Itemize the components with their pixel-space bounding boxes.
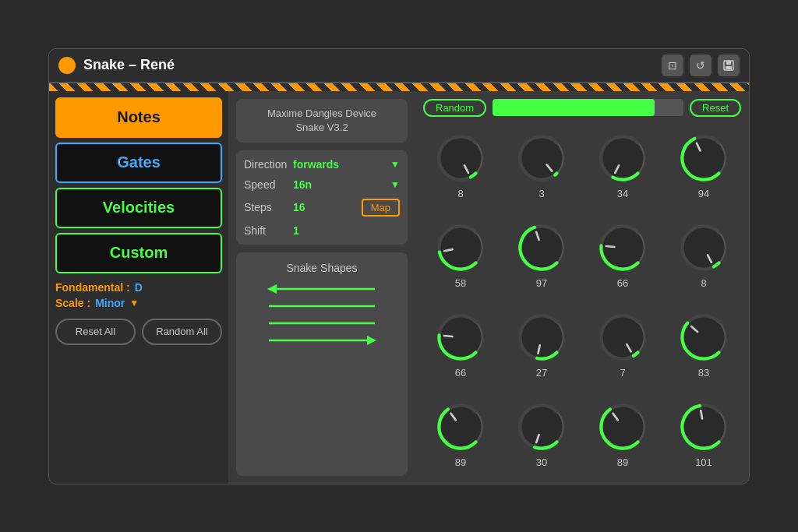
title-text: Snake – René bbox=[83, 57, 662, 73]
freeze-button[interactable]: ⊡ bbox=[662, 55, 683, 76]
device-info: Maxime Dangles Device Snake V3.2 bbox=[236, 99, 408, 143]
knob-cell-13[interactable]: 30 bbox=[504, 393, 579, 476]
refresh-button[interactable]: ↺ bbox=[690, 55, 711, 76]
shift-value[interactable]: 1 bbox=[293, 224, 400, 237]
direction-value[interactable]: forwards bbox=[293, 158, 384, 171]
knob-cell-3[interactable]: 94 bbox=[666, 125, 741, 208]
shift-label: Shift bbox=[244, 224, 287, 237]
speed-row: Speed 16n ▼ bbox=[244, 178, 400, 191]
knob-value-2: 34 bbox=[617, 188, 628, 199]
knob-cell-0[interactable]: 8 bbox=[423, 125, 498, 208]
knob-value-15: 101 bbox=[695, 456, 712, 468]
knob-cell-5[interactable]: 97 bbox=[504, 213, 579, 297]
knob-cell-9[interactable]: 27 bbox=[504, 303, 579, 386]
middle-panel: Maxime Dangles Device Snake V3.2 Directi… bbox=[228, 91, 415, 484]
reset-all-button[interactable]: Reset All bbox=[55, 319, 136, 345]
knob-value-1: 3 bbox=[538, 188, 544, 199]
svg-line-26 bbox=[444, 336, 453, 336]
fundamental-label: Fondamental : bbox=[55, 281, 130, 294]
direction-arrow[interactable]: ▼ bbox=[390, 159, 400, 170]
shape-line-2[interactable] bbox=[267, 301, 376, 312]
knob-value-10: 7 bbox=[620, 367, 625, 379]
knob-value-9: 27 bbox=[536, 367, 547, 379]
shift-row: Shift 1 bbox=[244, 224, 400, 237]
random-all-button[interactable]: Random All bbox=[142, 319, 222, 345]
svg-line-22 bbox=[606, 246, 615, 247]
knob-value-12: 89 bbox=[455, 456, 466, 468]
device-line2: Snake V3.2 bbox=[244, 121, 400, 135]
knob-value-13: 30 bbox=[536, 456, 547, 468]
knob-value-14: 89 bbox=[617, 456, 628, 468]
params-panel: Direction forwards ▼ Speed 16n ▼ Steps 1… bbox=[236, 150, 408, 245]
knob-value-7: 8 bbox=[701, 277, 706, 289]
knob-cell-15[interactable]: 101 bbox=[666, 393, 741, 476]
speed-label: Speed bbox=[244, 178, 287, 191]
steps-label: Steps bbox=[244, 201, 287, 213]
scale-row: Scale : Minor ▼ bbox=[55, 297, 222, 309]
shape-line-1[interactable] bbox=[267, 284, 376, 294]
sidebar: Notes Gates Velocities Custom Fondamenta… bbox=[49, 91, 228, 484]
knob-value-8: 66 bbox=[455, 367, 466, 379]
scale-label: Scale : bbox=[55, 297, 90, 309]
knob-cell-7[interactable]: 8 bbox=[666, 213, 741, 297]
svg-rect-1 bbox=[726, 61, 731, 65]
nav-custom[interactable]: Custom bbox=[55, 233, 222, 273]
shape-lines bbox=[245, 284, 398, 346]
knob-cell-2[interactable]: 34 bbox=[585, 125, 660, 208]
nav-notes[interactable]: Notes bbox=[55, 97, 222, 138]
knob-cell-14[interactable]: 89 bbox=[585, 393, 660, 476]
knob-value-11: 83 bbox=[698, 367, 709, 379]
sidebar-action-buttons: Reset All Random All bbox=[55, 319, 222, 345]
nav-velocities[interactable]: Velocities bbox=[55, 188, 222, 228]
svg-line-40 bbox=[701, 410, 702, 418]
steps-row: Steps 16 Map bbox=[244, 199, 400, 217]
content-area: Notes Gates Velocities Custom Fondamenta… bbox=[49, 91, 749, 484]
knob-cell-6[interactable]: 66 bbox=[585, 213, 660, 297]
direction-label: Direction bbox=[244, 158, 287, 171]
speed-value[interactable]: 16n bbox=[293, 178, 384, 191]
knob-cell-4[interactable]: 58 bbox=[423, 213, 498, 297]
title-buttons: ⊡ ↺ bbox=[662, 55, 740, 76]
map-button[interactable]: Map bbox=[362, 199, 400, 217]
main-window: Snake – René ⊡ ↺ Notes Gates Velocities … bbox=[48, 48, 750, 484]
shape-line-4[interactable] bbox=[267, 335, 376, 346]
nav-gates[interactable]: Gates bbox=[55, 143, 222, 183]
knob-cell-12[interactable]: 89 bbox=[423, 393, 498, 476]
steps-value[interactable]: 16 bbox=[293, 201, 355, 213]
warning-stripe bbox=[49, 83, 749, 91]
progress-bar-container bbox=[493, 99, 683, 116]
title-icon bbox=[58, 57, 76, 74]
snake-shapes-panel: Snake Shapes bbox=[236, 252, 408, 476]
random-button[interactable]: Random bbox=[423, 99, 486, 117]
knob-value-5: 97 bbox=[536, 277, 547, 289]
knob-value-0: 8 bbox=[457, 188, 463, 199]
direction-row: Direction forwards ▼ bbox=[244, 158, 400, 171]
knobs-panel: Random Reset 8 bbox=[415, 91, 749, 484]
fundamental-row: Fondamental : D bbox=[55, 281, 222, 294]
knob-value-6: 66 bbox=[617, 277, 628, 289]
knob-cell-11[interactable]: 83 bbox=[666, 303, 741, 386]
svg-marker-8 bbox=[367, 336, 376, 345]
title-bar: Snake – René ⊡ ↺ bbox=[49, 49, 749, 83]
sidebar-info: Fondamental : D Scale : Minor ▼ bbox=[55, 281, 222, 309]
knob-cell-8[interactable]: 66 bbox=[423, 303, 498, 386]
fundamental-value: D bbox=[135, 281, 143, 294]
svg-rect-2 bbox=[726, 66, 732, 69]
scale-dropdown-arrow[interactable]: ▼ bbox=[129, 298, 139, 308]
shape-line-3[interactable] bbox=[267, 318, 376, 329]
progress-bar-fill bbox=[493, 99, 655, 116]
save-button[interactable] bbox=[718, 55, 740, 76]
scale-value: Minor bbox=[95, 297, 125, 309]
knobs-grid: 8 3 34 94 bbox=[423, 125, 741, 476]
knob-value-4: 58 bbox=[455, 277, 466, 289]
knob-cell-1[interactable]: 3 bbox=[504, 125, 579, 208]
speed-arrow[interactable]: ▼ bbox=[390, 179, 400, 190]
knobs-header: Random Reset bbox=[423, 99, 741, 117]
reset-button[interactable]: Reset bbox=[690, 99, 741, 117]
snake-shapes-title: Snake Shapes bbox=[245, 262, 398, 274]
knob-value-3: 94 bbox=[698, 188, 709, 199]
svg-marker-3 bbox=[267, 284, 277, 294]
knob-cell-10[interactable]: 7 bbox=[585, 303, 660, 386]
device-line1: Maxime Dangles Device bbox=[244, 107, 400, 121]
